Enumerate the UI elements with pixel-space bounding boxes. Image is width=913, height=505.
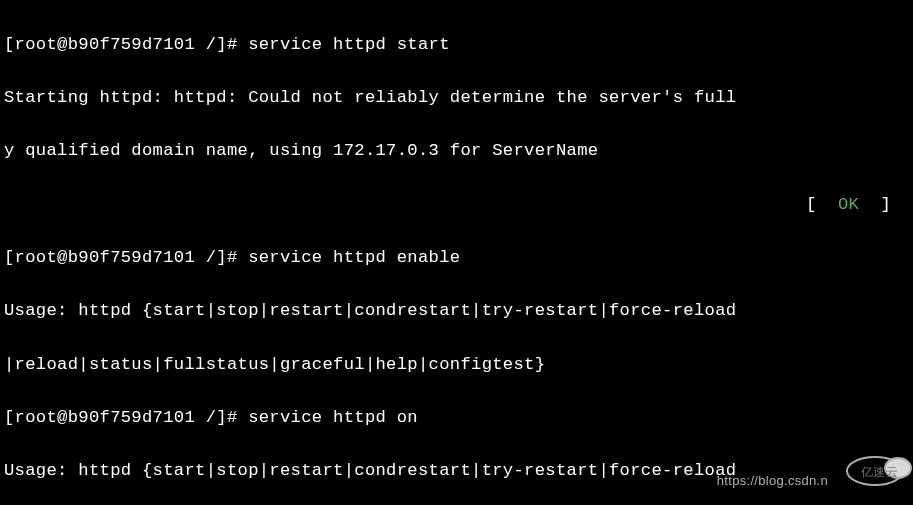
status-ok: OK <box>838 195 859 214</box>
command-text: service httpd on <box>248 408 418 427</box>
output-text: |reload|status|fullstatus|graceful|help|… <box>4 355 545 374</box>
output-text: y qualified domain name, using 172.17.0.… <box>4 141 598 160</box>
watermark-url: https://blog.csdn.n <box>717 471 828 491</box>
prompt: [root@b90f759d7101 /]# <box>4 408 248 427</box>
command-text: service httpd start <box>248 35 450 54</box>
prompt: [root@b90f759d7101 /]# <box>4 35 248 54</box>
terminal-line: Usage: httpd {start|stop|restart|condres… <box>4 298 909 325</box>
prompt: [root@b90f759d7101 /]# <box>4 248 248 267</box>
output-text: Starting httpd: httpd: Could not reliabl… <box>4 88 736 107</box>
svg-text:亿速云: 亿速云 <box>860 465 898 479</box>
output-text: Usage: httpd {start|stop|restart|condres… <box>4 301 736 320</box>
terminal-line: [root@b90f759d7101 /]# service httpd sta… <box>4 32 909 59</box>
watermark-logo-icon: 亿速云 <box>843 451 913 499</box>
output-text: Usage: httpd {start|stop|restart|condres… <box>4 461 736 480</box>
terminal-line: |reload|status|fullstatus|graceful|help|… <box>4 352 909 379</box>
terminal-line: [root@b90f759d7101 /]# service httpd ena… <box>4 245 909 272</box>
status-indicator: [ OK ] <box>806 192 909 219</box>
command-text: service httpd enable <box>248 248 460 267</box>
terminal-line: Starting httpd: httpd: Could not reliabl… <box>4 85 909 112</box>
terminal-output[interactable]: [root@b90f759d7101 /]# service httpd sta… <box>0 0 913 505</box>
terminal-line: y qualified domain name, using 172.17.0.… <box>4 138 909 165</box>
terminal-line: [root@b90f759d7101 /]# service httpd on <box>4 405 909 432</box>
